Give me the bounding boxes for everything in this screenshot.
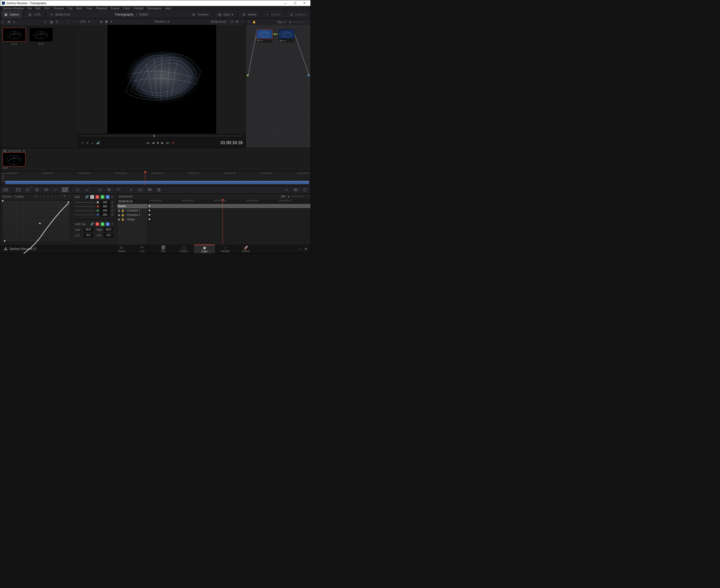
picker-dropdown-icon[interactable]: ▾ bbox=[87, 141, 88, 145]
curves-tool-4-icon[interactable]: ○ bbox=[51, 195, 53, 198]
info-icon[interactable] bbox=[301, 187, 309, 192]
blur-icon[interactable] bbox=[127, 187, 135, 192]
kf-track[interactable] bbox=[148, 204, 310, 208]
kf-lock-icon[interactable]: 🔒 bbox=[121, 209, 124, 212]
more-icon[interactable]: ⋯ bbox=[73, 20, 76, 24]
kf-lock-icon[interactable]: 🔒 bbox=[121, 218, 124, 221]
curve-point[interactable] bbox=[4, 240, 6, 242]
kf-row-corrector-2[interactable]: ◆🔒›Corrector 2 bbox=[117, 213, 148, 217]
curves-more-icon[interactable]: ⋯ bbox=[68, 195, 71, 198]
ws-gallery-button[interactable]: ▦Gallery bbox=[2, 10, 21, 18]
reset-icon[interactable]: ↺ bbox=[111, 209, 115, 212]
intensity-slider[interactable] bbox=[75, 210, 95, 211]
kf-lock-icon[interactable]: 🔒 bbox=[121, 213, 124, 216]
playhead-a-icon[interactable]: ▯ bbox=[2, 20, 5, 24]
kf-diamond-icon[interactable]: ◆ bbox=[118, 213, 120, 216]
unmix-icon[interactable]: ⟁ bbox=[91, 141, 93, 145]
stop-button[interactable]: ■ bbox=[157, 141, 159, 145]
3d-icon[interactable] bbox=[155, 187, 163, 192]
playhead-b-icon[interactable]: ⬒ bbox=[7, 20, 11, 24]
nodes-more-icon[interactable]: ⋯ bbox=[306, 20, 308, 24]
slider-dot-icon[interactable]: ● bbox=[13, 20, 17, 24]
viewer-more-icon[interactable]: ⋯ bbox=[92, 20, 95, 23]
image-wipe-icon[interactable]: ▥ bbox=[100, 20, 103, 23]
softclip-b-button[interactable]: B bbox=[106, 222, 109, 226]
ws-lightbox-button[interactable]: ▦Lightbox bbox=[287, 10, 309, 18]
camera-raw-icon[interactable] bbox=[2, 187, 9, 192]
maximize-button[interactable]: ◻ bbox=[290, 1, 300, 5]
keyframes-palette-icon[interactable] bbox=[283, 187, 290, 192]
page-fusion-button[interactable]: ◯Fusion bbox=[173, 245, 194, 253]
softclip-reset-icon[interactable]: ↺ bbox=[111, 222, 115, 226]
page-deliver-button[interactable]: 🚀Deliver bbox=[235, 245, 256, 253]
page-media-button[interactable]: 🗀Media bbox=[111, 245, 132, 253]
menu-fusion[interactable]: Fusion bbox=[111, 7, 120, 10]
intensity-value[interactable]: 100 bbox=[100, 213, 109, 217]
chevron-down-icon[interactable]: ▾ bbox=[284, 195, 286, 198]
list-view-icon[interactable]: ☰ bbox=[56, 20, 59, 24]
chevron-down-icon[interactable]: ▾ bbox=[88, 20, 90, 23]
curves-tool-2-icon[interactable]: ○ bbox=[43, 195, 45, 198]
sort-icon[interactable]: ≡ bbox=[44, 20, 48, 24]
arrow-tool-icon[interactable]: ↖ bbox=[248, 20, 250, 24]
gallery-still[interactable]: 1.1.1 bbox=[3, 28, 26, 45]
color-viewer-icon[interactable]: ◷ bbox=[231, 20, 233, 23]
viewer-canvas[interactable] bbox=[107, 25, 216, 133]
curves-reset-icon[interactable]: ↺ bbox=[63, 195, 66, 198]
viewer-scrubber[interactable] bbox=[81, 133, 243, 138]
curve-point[interactable] bbox=[67, 201, 69, 203]
node-graph[interactable]: 01▪▪02▪▪ bbox=[246, 25, 310, 148]
timeline-playhead[interactable] bbox=[145, 171, 145, 186]
project-settings-icon[interactable]: ⚙ bbox=[305, 247, 307, 251]
ls-value[interactable]: 0.0 bbox=[84, 233, 93, 237]
next-clip-button[interactable]: ⏭ bbox=[166, 141, 169, 145]
intensity-slider[interactable] bbox=[75, 202, 95, 203]
viewer-more-2-icon[interactable]: ⋯ bbox=[241, 20, 244, 23]
qualifier-icon[interactable] bbox=[83, 187, 91, 192]
kf-dot-icon[interactable]: ● bbox=[288, 195, 289, 198]
clip-thumbnail[interactable]: 01 00:00:00:00 V1 EXR bbox=[3, 150, 25, 169]
ws-clips-button[interactable]: ▤Clips ▾ bbox=[216, 10, 236, 18]
menu-fairlight[interactable]: Fairlight bbox=[133, 7, 144, 10]
curves-icon[interactable] bbox=[61, 187, 69, 192]
edit-reset-icon[interactable]: ↺ bbox=[111, 195, 115, 199]
menu-trim[interactable]: Trim bbox=[44, 7, 50, 10]
chevron-down-icon[interactable]: ▾ bbox=[284, 20, 286, 24]
loop-button[interactable]: ↻ bbox=[172, 141, 174, 145]
menu-color[interactable]: Color bbox=[123, 7, 130, 10]
intensity-slider[interactable] bbox=[75, 206, 95, 207]
highlight-icon[interactable]: ✦ bbox=[110, 20, 112, 23]
gallery-still[interactable]: 2.1.1 bbox=[30, 28, 53, 45]
reset-icon[interactable]: ↺ bbox=[111, 205, 115, 208]
kf-marker[interactable] bbox=[149, 210, 150, 211]
scopes-icon[interactable] bbox=[292, 187, 300, 192]
kf-expand-icon[interactable]: › bbox=[125, 209, 126, 212]
kf-track[interactable] bbox=[148, 213, 310, 217]
picker-icon[interactable]: ↗ bbox=[81, 141, 84, 145]
kf-expand-icon[interactable]: › bbox=[125, 213, 126, 216]
softclip-r-button[interactable]: R bbox=[96, 222, 99, 226]
motion-effects-icon[interactable] bbox=[52, 187, 60, 192]
menu-playback[interactable]: Playback bbox=[96, 7, 107, 10]
window-icon[interactable] bbox=[96, 187, 104, 192]
grid-view-icon[interactable]: ▦ bbox=[50, 20, 54, 24]
channel-b-button[interactable]: B bbox=[106, 195, 109, 199]
kf-marker[interactable] bbox=[149, 218, 150, 220]
color-warper-icon[interactable] bbox=[74, 187, 82, 192]
page-edit-button[interactable]: 🎬Edit bbox=[153, 245, 173, 253]
kf-expand-icon[interactable]: › bbox=[125, 218, 126, 221]
hdr-wheels-icon[interactable] bbox=[33, 187, 41, 192]
color-match-icon[interactable] bbox=[15, 187, 22, 192]
node-slider-dot-icon[interactable]: ● bbox=[289, 20, 291, 24]
reset-icon[interactable]: ↺ bbox=[111, 201, 115, 204]
menu-view[interactable]: View bbox=[86, 7, 92, 10]
search-icon[interactable]: ⌕ bbox=[61, 20, 65, 24]
minimize-button[interactable]: — bbox=[281, 2, 290, 5]
expand-icon[interactable]: ⛶ bbox=[67, 20, 71, 24]
node-02[interactable]: 02▪▪ bbox=[279, 29, 295, 42]
link-icon[interactable]: 🔗 bbox=[85, 195, 89, 198]
kf-marker[interactable] bbox=[149, 205, 150, 207]
nodes-mode[interactable]: Clip bbox=[277, 20, 282, 24]
sizing-icon[interactable] bbox=[146, 187, 153, 192]
menu-mark[interactable]: Mark bbox=[76, 7, 82, 10]
